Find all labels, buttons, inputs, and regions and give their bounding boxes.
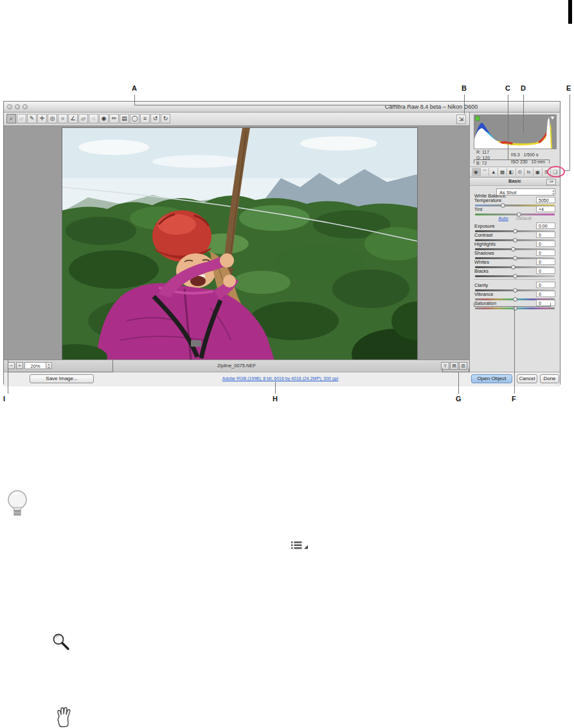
clarity-label: Clarity [474, 282, 488, 288]
rotate-left-button[interactable]: ↺ [150, 114, 160, 123]
preview-buttons: Y▤▥ [440, 362, 467, 370]
crop-tool[interactable]: ⌗ [58, 114, 67, 123]
callout-bracket-i-left [8, 359, 8, 372]
callout-line-h [275, 382, 276, 394]
toggle-fullscreen-button[interactable]: ⇲ [456, 114, 466, 124]
tint-slider-thumb[interactable] [517, 212, 521, 217]
contrast-value-field[interactable]: 0 [536, 232, 555, 238]
panel-header: Basic ≡▾ [470, 177, 560, 186]
cancel-button[interactable]: Cancel [517, 374, 537, 383]
tab-split-toning[interactable]: ◧ [507, 168, 516, 176]
callout-bracket-c-tick2 [549, 159, 550, 163]
done-button[interactable]: Done [540, 374, 559, 383]
white-balance-tool[interactable]: ✎ [27, 114, 37, 123]
panel-tab-strip: ◉⌒▲▦◧⊙fx▣≣❏ [470, 167, 560, 177]
tint-value-field[interactable]: +4 [536, 206, 555, 212]
focal-length-value: 10 mm [532, 159, 545, 164]
tint-slider-track[interactable] [475, 214, 555, 215]
red-eye-removal-tool[interactable]: ◉ [99, 114, 109, 123]
blacks-value-field[interactable]: 0 [536, 268, 555, 274]
auto-link[interactable]: Auto [498, 215, 508, 221]
hand-tool-cursor-icon [54, 706, 73, 728]
open-object-button[interactable]: Open Object [471, 374, 512, 383]
callout-bracket-c-tick1 [474, 159, 474, 163]
workflow-options-link[interactable]: Adobe RGB (1998); 8 bit; 6016 by 4016 (2… [165, 376, 396, 381]
b-label: B: [476, 161, 481, 165]
histogram-plot [474, 115, 556, 149]
callout-bracket-i-right [112, 359, 113, 372]
targeted-adjustment-tool[interactable]: ◎ [48, 114, 57, 123]
exposure-slider-row: Exposure0.00 [474, 223, 555, 232]
callout-letter-d: D [521, 84, 526, 92]
tab-lens-corrections[interactable]: ⊙ [516, 168, 525, 176]
graduated-filter-tool[interactable]: ▤ [120, 114, 129, 123]
callout-bracket-f-tick1 [474, 303, 474, 306]
shutter-value: 1/500 s [523, 152, 538, 157]
tab-hsl-grayscale[interactable]: ▦ [498, 168, 507, 176]
transform-tool[interactable]: ▱ [78, 114, 88, 123]
tab-camera-calibration[interactable]: ▣ [534, 168, 543, 176]
temperature-value-field[interactable]: 5050 [536, 197, 555, 203]
tool-bar: ⌕☞✎✛◎⌗∠▱◌◉✏▤◯≡↺↻⇲ [4, 113, 469, 126]
title-bar: Camera Raw 8.4 beta – Nikon D600 [4, 102, 560, 113]
whites-value-field[interactable]: 0 [536, 259, 555, 265]
hand-tool[interactable]: ☞ [17, 114, 26, 123]
basic-panel-content: White Balance: As Shot ▴▾ Temperature505… [470, 186, 560, 309]
callout-bracket-g-tick2 [469, 369, 469, 372]
page-edge-tab [568, 0, 572, 24]
callout-letter-h: H [273, 395, 278, 403]
callout-line-a-h [134, 105, 400, 105]
iso-value: ISO 230 [511, 159, 528, 164]
shadows-value-field[interactable]: 0 [536, 250, 555, 256]
callout-line-e [570, 95, 570, 170]
callout-bracket-g-tick1 [442, 369, 443, 372]
contrast-label: Contrast [474, 232, 492, 238]
zoom-window-button[interactable] [22, 104, 28, 109]
callout-line-c [508, 95, 508, 159]
temperature-slider-row: Temperature5050 [474, 197, 555, 206]
highlights-value-field[interactable]: 0 [536, 241, 555, 247]
tint-slider-row: Tint+4 [474, 206, 555, 215]
callout-line-b [464, 95, 465, 114]
vibrance-value-field[interactable]: 0 [536, 291, 555, 297]
highlights-label: Highlights [474, 241, 496, 247]
spot-removal-tool[interactable]: ◌ [89, 114, 98, 123]
saturation-value-field[interactable]: 0 [536, 300, 555, 306]
filename-label: Zipline_0075.NEF [4, 363, 469, 369]
before-after-copy-button[interactable]: ▥ [459, 362, 467, 370]
tab-effects[interactable]: fx [525, 168, 534, 176]
preview-image[interactable] [62, 127, 418, 361]
tab-basic[interactable]: ◉ [472, 168, 481, 176]
shadows-label: Shadows [474, 250, 494, 256]
straighten-tool[interactable]: ∠ [68, 114, 78, 123]
minimize-window-button[interactable] [15, 104, 20, 109]
rotate-right-button[interactable]: ↻ [161, 114, 170, 123]
callout-letter-g: G [456, 395, 462, 403]
blacks-slider-thumb[interactable] [513, 274, 517, 278]
exposure-value-field[interactable]: 0.00 [536, 223, 555, 229]
adjustment-brush-tool[interactable]: ✏ [109, 114, 119, 123]
panel-menu-button[interactable]: ≡▾ [546, 179, 556, 185]
callout-line-g [458, 372, 459, 394]
vibrance-label: Vibrance [474, 291, 493, 297]
color-sampler-tool[interactable]: ✛ [37, 114, 47, 123]
white-balance-select[interactable]: As Shot ▴▾ [496, 188, 555, 196]
save-image-button[interactable]: Save Image... [30, 374, 94, 383]
r-label: R: [476, 150, 481, 154]
tab-tone-curve[interactable]: ⌒ [481, 168, 490, 176]
callout-line-d [523, 95, 524, 133]
histogram [474, 114, 557, 149]
vibrance-slider-row: Vibrance0 [474, 291, 555, 300]
tab-detail[interactable]: ▲ [489, 168, 498, 176]
close-window-button[interactable] [7, 104, 12, 109]
shadow-clipping-indicator[interactable] [476, 116, 480, 120]
before-after-swap-button[interactable]: ▤ [450, 362, 458, 370]
preferences-button[interactable]: ≡ [140, 114, 150, 123]
r-value: 117 [482, 150, 489, 154]
zoom-tool[interactable]: ⌕ [6, 114, 16, 123]
radial-filter-tool[interactable]: ◯ [130, 114, 139, 123]
dialog-footer: Save Image... Adobe RGB (1998); 8 bit; 6… [4, 372, 560, 387]
whites-label: Whites [474, 259, 489, 265]
callout-bracket-f-tick2 [550, 303, 551, 306]
clarity-value-field[interactable]: 0 [536, 282, 555, 288]
